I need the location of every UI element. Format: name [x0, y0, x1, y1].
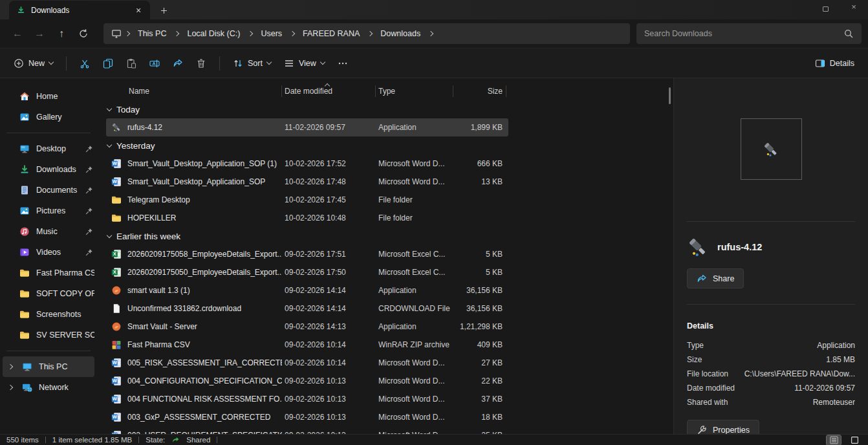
column-header-name[interactable]: Name: [106, 82, 282, 100]
maximize-button[interactable]: [811, 0, 840, 12]
network-icon: [22, 382, 32, 393]
breadcrumb-item[interactable]: FAREED RANA: [298, 27, 364, 40]
svg-text:W: W: [113, 396, 118, 402]
sidebar-item-pictures[interactable]: Pictures: [3, 201, 94, 221]
sidebar-divider: [6, 351, 91, 351]
breadcrumb-item[interactable]: Users: [256, 27, 287, 40]
breadcrumb-item[interactable]: Local Disk (C:): [182, 27, 244, 40]
column-header-date-modified[interactable]: Date modified: [282, 82, 376, 100]
back-button[interactable]: ←: [6, 24, 28, 43]
file-name: 002_USER_REQUIREMENT_SPECIFICATIO...: [127, 431, 282, 434]
chevron-right-icon[interactable]: [5, 365, 16, 369]
view-button[interactable]: View: [278, 53, 331, 74]
paste-button[interactable]: [120, 53, 142, 74]
sidebar-item-videos[interactable]: Videos: [3, 242, 94, 263]
sidebar-item-label: Screenshots: [36, 310, 94, 319]
close-button[interactable]: ×: [840, 0, 868, 12]
sidebar-item-network[interactable]: Network: [3, 377, 94, 398]
sidebar-item-fast-pharma-csv[interactable]: Fast Pharma CSV: [3, 263, 94, 283]
sidebar-item-home[interactable]: Home: [3, 86, 94, 107]
sidebar-item-screenshots[interactable]: Screenshots: [3, 304, 94, 325]
chevron-right-icon[interactable]: [5, 385, 16, 389]
size-cell: 36,156 KB: [453, 281, 506, 299]
new-button-label: New: [28, 59, 45, 68]
file-name: 20260209175058_EmployeeDetails_Export...: [127, 250, 282, 259]
new-tab-button[interactable]: [154, 1, 173, 19]
cut-button[interactable]: [74, 53, 96, 74]
file-name-cell: Unconfirmed 331862.crdownload: [106, 303, 282, 314]
date-modified-cell: 09-02-2026 17:50: [282, 268, 376, 277]
pin-icon: [85, 207, 93, 215]
details-field-label: Size: [687, 355, 702, 364]
search-box[interactable]: Search Downloads: [636, 23, 862, 44]
column-header-size[interactable]: Size: [453, 82, 506, 100]
file-row[interactable]: Smart Vault - Server09-02-2026 14:13Appl…: [106, 318, 508, 336]
refresh-button[interactable]: [72, 24, 94, 43]
tab-close-icon[interactable]: ×: [132, 4, 145, 17]
group-header[interactable]: Today: [106, 100, 673, 118]
sidebar-item-downloads[interactable]: Downloads: [3, 159, 94, 180]
breadcrumb-item[interactable]: This PC: [133, 27, 171, 40]
file-row[interactable]: rufus-4.1211-02-2026 09:57Application1,8…: [106, 118, 508, 136]
file-row[interactable]: Unconfirmed 331862.crdownload09-02-2026 …: [106, 299, 508, 318]
type-cell: Microsoft Word D...: [376, 376, 453, 385]
sidebar-item-soft-copy-of-hpi[interactable]: SOFT COPY OF HPI: [3, 283, 94, 304]
file-row[interactable]: smart vault 1.3 (1)09-02-2026 14:14Appli…: [106, 281, 508, 299]
file-row[interactable]: X20260209175050_EmployeeDetails_Export..…: [106, 263, 508, 281]
delete-button[interactable]: [190, 53, 212, 74]
explorer-tab[interactable]: Downloads ×: [9, 1, 150, 19]
file-row[interactable]: WSmart_Vault_Desktop_Application_SOP10-0…: [106, 173, 508, 191]
date-modified-cell: 09-02-2026 10:14: [282, 340, 376, 349]
file-name: 003_GxP_ASSESSMENT_CORRECTED: [127, 413, 270, 422]
size-cell: 5 KB: [453, 245, 506, 263]
file-row[interactable]: WSmart_Vault_Desktop_Application_SOP (1)…: [106, 155, 508, 173]
sidebar-item-music[interactable]: Music: [3, 221, 94, 242]
column-header-type[interactable]: Type: [376, 82, 453, 100]
share-button-toolbar[interactable]: [167, 53, 189, 74]
up-button[interactable]: ↑: [50, 24, 72, 43]
details-pane-toggle[interactable]: Details: [809, 53, 860, 74]
search-input[interactable]: Search Downloads: [644, 29, 838, 38]
properties-button[interactable]: Properties: [687, 420, 759, 434]
copy-icon: [103, 58, 113, 69]
file-row[interactable]: W005_RISK_ASSESSMENT_IRA_CORRECTED09-02-…: [106, 354, 508, 372]
group-header[interactable]: Earlier this week: [106, 227, 673, 245]
svg-text:X: X: [113, 269, 116, 275]
date-modified-cell: 10-02-2026 10:48: [282, 213, 376, 222]
word-document-icon: W: [111, 358, 122, 368]
new-button[interactable]: New: [8, 53, 59, 74]
sidebar-item-sv-server-sop[interactable]: SV SERVER SOP: [3, 325, 94, 345]
new-plus-icon: [14, 58, 24, 69]
file-row[interactable]: W003_GxP_ASSESSMENT_CORRECTED09-02-2026 …: [106, 408, 508, 426]
group-header[interactable]: Yesterday: [106, 136, 673, 155]
thumbnail-view-icon: [851, 436, 859, 444]
thumbnail-view-toggle[interactable]: [847, 435, 862, 445]
scrollbar-thumb[interactable]: [669, 87, 671, 104]
file-row[interactable]: X20260209175058_EmployeeDetails_Export..…: [106, 245, 508, 263]
forward-button[interactable]: →: [28, 24, 50, 43]
more-options-button[interactable]: [332, 53, 354, 74]
sort-button[interactable]: Sort: [227, 53, 277, 74]
file-row[interactable]: HOPEKILLER10-02-2026 10:48File folder: [106, 209, 508, 227]
file-row[interactable]: W002_USER_REQUIREMENT_SPECIFICATIO...09-…: [106, 426, 508, 434]
breadcrumb-item[interactable]: Downloads: [376, 27, 425, 40]
sidebar-item-this-pc[interactable]: This PC: [3, 356, 94, 377]
file-row[interactable]: W004_CONFIGURATION_SPECIFICATION_C...09-…: [106, 372, 508, 390]
details-view-toggle[interactable]: [827, 435, 841, 445]
rename-button[interactable]: [144, 53, 166, 74]
date-modified-cell: 09-02-2026 10:13: [282, 395, 376, 404]
share-button[interactable]: Share: [687, 268, 744, 288]
file-row[interactable]: Fast Pharma CSV09-02-2026 10:14WinRAR ZI…: [106, 336, 508, 354]
file-row[interactable]: W004 FUNCTIONAL RISK ASSESSMENT FO...09-…: [106, 390, 508, 408]
status-divider: [217, 437, 217, 443]
details-pane: rufus-4.12 Share Details TypeApplication…: [673, 78, 868, 434]
chevron-right-icon: [290, 31, 295, 36]
file-row[interactable]: Telegram Desktop10-02-2026 17:45File fol…: [106, 191, 508, 209]
sidebar-item-documents[interactable]: Documents: [3, 180, 94, 201]
copy-button[interactable]: [97, 53, 119, 74]
word-document-icon: W: [111, 177, 122, 187]
sidebar-item-gallery[interactable]: Gallery: [3, 107, 94, 127]
sidebar-item-desktop[interactable]: Desktop: [3, 138, 94, 159]
toolbar-separator: [219, 56, 220, 71]
details-panel-icon: [815, 58, 825, 69]
